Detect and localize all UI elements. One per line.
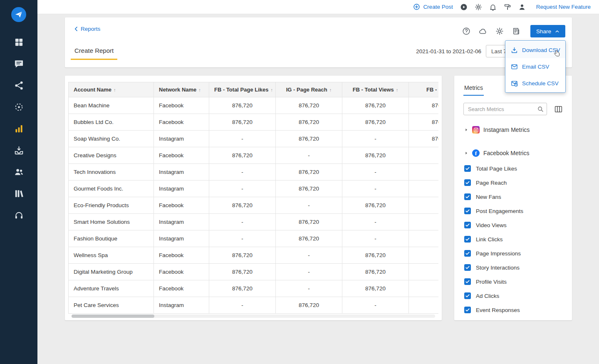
table-cell: Pet Care Services bbox=[69, 297, 154, 314]
support-icon bbox=[14, 210, 24, 220]
table-cell: 876,720 bbox=[342, 247, 409, 264]
table-cell: 876,720 bbox=[276, 297, 342, 314]
sidebar-item-dashboard[interactable] bbox=[8, 31, 29, 53]
sidebar-item-team[interactable] bbox=[8, 161, 29, 183]
metric-row: Video Views bbox=[463, 218, 563, 232]
table-row: Smart Home SolutionsInstagram-876,720- bbox=[69, 214, 439, 230]
table-cell: Facebook bbox=[154, 147, 209, 164]
cloud-icon[interactable] bbox=[479, 27, 487, 35]
news-icon[interactable] bbox=[512, 27, 520, 35]
table-cell: - bbox=[209, 297, 276, 314]
table-row: Eco-Friendly ProductsFacebook876,720-876… bbox=[69, 197, 439, 214]
table-cell: Adventure Travels bbox=[69, 280, 154, 297]
metric-checkbox[interactable] bbox=[464, 264, 471, 271]
metrics-search-input[interactable] bbox=[463, 103, 547, 115]
sort-asc-icon: ↑ bbox=[396, 87, 399, 92]
metric-groups: Instagram MetricsfFacebook Metrics bbox=[463, 125, 563, 158]
column-header[interactable]: FB - Posts↑ bbox=[409, 82, 439, 97]
table-cell: Creative Designs bbox=[69, 147, 154, 164]
paint-roller-icon[interactable] bbox=[504, 3, 511, 11]
table-cell bbox=[409, 214, 439, 230]
table-cell: 876,720 bbox=[409, 114, 439, 131]
topbar: Create Post Request New Feature bbox=[37, 0, 599, 14]
table-cell: Soap Washing Co. bbox=[69, 131, 154, 147]
column-header[interactable]: FB - Total Page Likes↑ bbox=[209, 82, 276, 97]
menu-item-schedule-csv[interactable]: Schedule CSV bbox=[505, 75, 565, 92]
menu-item-label: Email CSV bbox=[522, 64, 549, 70]
table-cell: Instagram bbox=[154, 164, 209, 181]
column-header[interactable]: Account Name↑ bbox=[69, 82, 154, 97]
table-row: Gourmet Foods Inc.Instagram-876,720- bbox=[69, 181, 439, 197]
metric-checkbox[interactable] bbox=[464, 208, 471, 214]
table-cell: Facebook bbox=[154, 264, 209, 280]
column-header[interactable]: IG - Page Reach↑ bbox=[276, 82, 342, 97]
table-cell: Facebook bbox=[154, 247, 209, 264]
share-label: Share bbox=[536, 28, 551, 35]
table-row: Digital Marketing GroupFacebook876,720-8… bbox=[69, 264, 439, 280]
metric-checkbox[interactable] bbox=[464, 222, 471, 228]
table-row: Creative DesignsFacebook876,720-876,720 bbox=[69, 147, 439, 164]
facebook-icon: f bbox=[472, 149, 480, 157]
metric-label: New Fans bbox=[476, 194, 501, 200]
gear-icon[interactable] bbox=[475, 3, 482, 11]
bell-icon[interactable] bbox=[489, 3, 497, 11]
metric-checkbox[interactable] bbox=[464, 292, 471, 299]
user-icon[interactable] bbox=[518, 3, 526, 11]
help-icon[interactable] bbox=[462, 27, 470, 35]
metric-group-facebook[interactable]: fFacebook Metrics bbox=[463, 149, 563, 158]
library-icon bbox=[14, 189, 24, 198]
app-logo[interactable] bbox=[11, 7, 26, 22]
tab-create-report[interactable]: Create Report bbox=[71, 47, 117, 60]
table-cell: Digital Marketing Group bbox=[69, 264, 154, 280]
sidebar-item-reports[interactable] bbox=[8, 118, 29, 139]
social-profiles-icon bbox=[14, 81, 24, 90]
horizontal-scrollbar[interactable] bbox=[72, 314, 435, 318]
metrics-search-row bbox=[463, 103, 563, 115]
sidebar-item-conversations[interactable] bbox=[8, 53, 29, 74]
metric-checkbox[interactable] bbox=[464, 165, 471, 172]
sort-asc-icon: ↑ bbox=[329, 87, 332, 92]
metric-checkbox[interactable] bbox=[464, 236, 471, 243]
download-icon bbox=[511, 47, 518, 54]
play-icon[interactable] bbox=[460, 3, 468, 11]
table-cell: - bbox=[209, 214, 276, 230]
back-to-reports-link[interactable]: Reports bbox=[73, 26, 100, 32]
sidebar-item-listening[interactable] bbox=[8, 96, 29, 118]
metric-group-label: Instagram Metrics bbox=[483, 126, 530, 133]
metric-checkbox[interactable] bbox=[464, 250, 471, 257]
mouse-cursor bbox=[554, 50, 561, 59]
metric-group-instagram[interactable]: Instagram Metrics bbox=[463, 125, 563, 134]
table-row: Soap Washing Co.Instagram-876,720-876,72… bbox=[69, 131, 439, 147]
gear-icon[interactable] bbox=[495, 27, 504, 35]
request-new-feature-link[interactable]: Request New Feature bbox=[536, 4, 591, 10]
table-cell: Gourmet Foods Inc. bbox=[69, 181, 154, 197]
chevron-up-icon bbox=[555, 29, 559, 34]
table-cell: 876,720 bbox=[276, 230, 342, 247]
sidebar-item-inbox[interactable] bbox=[8, 139, 29, 161]
metric-checkbox[interactable] bbox=[464, 278, 471, 285]
share-button[interactable]: Share bbox=[530, 25, 565, 37]
table-header-row: Account Name↑Network Name↑FB - Total Pag… bbox=[69, 82, 439, 97]
sidebar-item-social-profiles[interactable] bbox=[8, 74, 29, 96]
metric-checkbox[interactable] bbox=[464, 307, 471, 313]
tab-metrics[interactable]: Metrics bbox=[463, 84, 484, 96]
report-header-card: Reports Share Create Report 2021-01-31 t… bbox=[65, 17, 572, 67]
metric-row: New Fans bbox=[463, 190, 563, 204]
back-label: Reports bbox=[81, 26, 100, 32]
create-post-button[interactable]: Create Post bbox=[413, 3, 453, 10]
table-cell: Tech Innovations bbox=[69, 164, 154, 181]
sidebar-item-library[interactable] bbox=[8, 183, 29, 204]
table-cell bbox=[409, 164, 439, 181]
table-cell: Instagram bbox=[154, 131, 209, 147]
listening-icon bbox=[14, 102, 24, 112]
columns-icon[interactable] bbox=[554, 105, 563, 114]
table-cell: - bbox=[276, 280, 342, 297]
menu-item-email-csv[interactable]: Email CSV bbox=[505, 58, 565, 75]
scrollbar-thumb[interactable] bbox=[72, 314, 154, 318]
metric-checkbox[interactable] bbox=[464, 193, 471, 200]
table-cell: 876,720 bbox=[276, 214, 342, 230]
sidebar-item-support[interactable] bbox=[8, 204, 29, 226]
column-header[interactable]: Network Name↑ bbox=[154, 82, 209, 97]
metric-checkbox[interactable] bbox=[464, 179, 471, 186]
column-header[interactable]: FB - Total Views↑ bbox=[342, 82, 409, 97]
